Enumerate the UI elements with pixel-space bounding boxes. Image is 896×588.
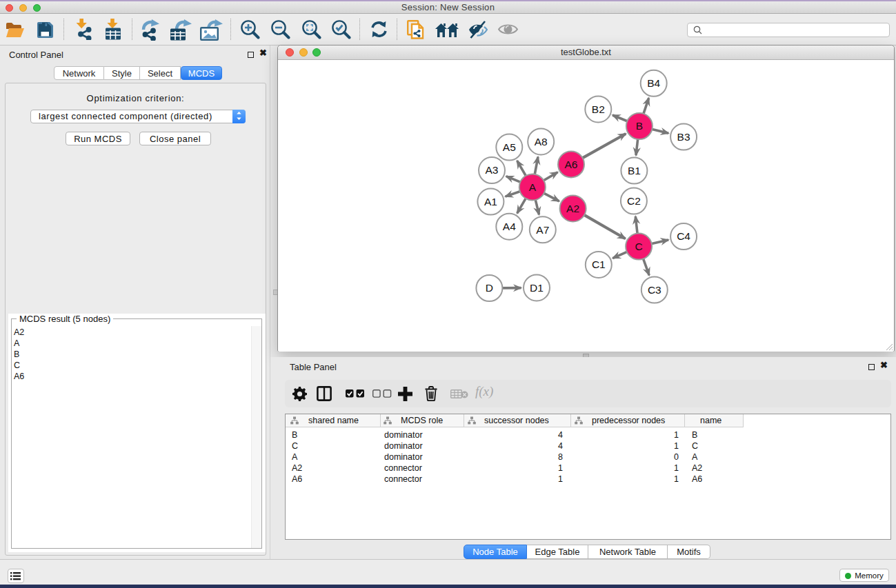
svg-text:A4: A4 <box>503 221 516 232</box>
svg-text:A2: A2 <box>566 203 579 214</box>
svg-text:C: C <box>635 241 642 252</box>
svg-text:B4: B4 <box>647 77 660 89</box>
svg-text:B: B <box>636 120 643 132</box>
svg-text:A8: A8 <box>535 136 548 148</box>
svg-text:C1: C1 <box>592 258 606 270</box>
svg-text:D: D <box>486 282 493 294</box>
svg-text:C2: C2 <box>627 195 641 207</box>
svg-text:A3: A3 <box>486 164 499 176</box>
svg-text:B2: B2 <box>592 103 605 115</box>
svg-text:A: A <box>529 181 537 193</box>
svg-text:A7: A7 <box>536 224 549 236</box>
svg-text:C3: C3 <box>648 284 661 296</box>
svg-text:B3: B3 <box>677 131 690 143</box>
svg-text:A5: A5 <box>503 141 516 153</box>
svg-text:D1: D1 <box>530 282 544 294</box>
svg-text:B1: B1 <box>628 165 641 176</box>
svg-text:A1: A1 <box>484 196 497 207</box>
svg-text:C4: C4 <box>677 230 690 242</box>
svg-text:A6: A6 <box>565 159 578 170</box>
